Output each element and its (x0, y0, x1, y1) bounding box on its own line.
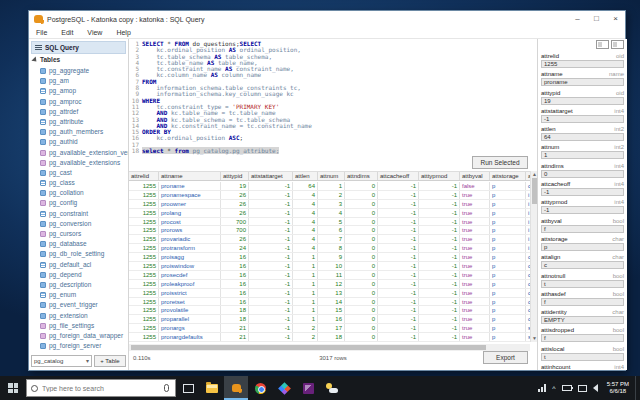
table-row[interactable]: 1255pronargs21-12170-1-1truepstrue (129, 324, 530, 333)
table-row[interactable]: 1255proowner26-1430-1-1truepitrue (129, 200, 530, 209)
schema-select[interactable]: ▾pg_catalog (31, 355, 92, 367)
sidebar-item[interactable]: pg_class (29, 178, 128, 188)
column-header[interactable]: attcacheoff (378, 172, 419, 180)
sidebar-item[interactable]: pg_amproc (29, 97, 128, 107)
weather-button[interactable] (320, 376, 344, 400)
sidebar-item[interactable]: pg_auth_members (29, 127, 128, 137)
detail-value-input[interactable]: EMPTY (541, 316, 624, 324)
table-row[interactable]: 1255provariadic26-1470-1-1truepitrue (129, 235, 530, 244)
detail-value-input[interactable]: proname (541, 78, 624, 86)
chrome-button[interactable] (248, 376, 272, 400)
detail-value-input[interactable]: 1255 (541, 60, 624, 68)
sidebar-item[interactable]: pg_default_acl (29, 260, 128, 270)
purple-app-button[interactable] (296, 376, 320, 400)
column-header[interactable]: attstorage (490, 172, 526, 180)
column-header[interactable]: attrelid (129, 172, 159, 180)
speaker-icon[interactable] (593, 384, 598, 392)
sidebar-item[interactable]: pg_cursors (29, 229, 128, 239)
column-header[interactable]: attname (159, 172, 221, 180)
column-header[interactable]: atttypid (221, 172, 249, 180)
export-button[interactable]: Export (483, 351, 528, 364)
detail-value-input[interactable]: t (541, 353, 624, 361)
taskbar-search[interactable] (26, 379, 176, 397)
sidebar-item[interactable]: pg_foreign_server (29, 341, 128, 351)
sidebar-item[interactable]: pg_available_extension_ver (29, 148, 128, 158)
sidebar-item[interactable]: pg_config (29, 198, 128, 208)
detail-value-input[interactable]: -1 (541, 188, 624, 196)
sidebar-item[interactable]: pg_db_role_setting (29, 249, 128, 259)
battery-icon[interactable] (562, 385, 572, 391)
detail-value-input[interactable]: 64 (541, 133, 624, 141)
table-row[interactable]: 1255proisstrict16-11130-1-1truepctrue (129, 289, 530, 298)
detail-value-input[interactable]: f (541, 298, 624, 306)
table-row[interactable]: 1255proname19-16410-1-1falsepctrue (129, 182, 530, 191)
run-selected-button[interactable]: Run Selected (472, 156, 528, 169)
column-header[interactable]: attbyval (460, 172, 490, 180)
diamond-app-button[interactable] (272, 376, 296, 400)
sidebar-item[interactable]: pg_constraint (29, 209, 128, 219)
sidebar-item[interactable]: pg_description (29, 280, 128, 290)
sidebar-item[interactable]: pg_enum (29, 290, 128, 300)
sidebar-item[interactable]: pg_event_trigger (29, 300, 128, 310)
column-header[interactable]: attnum (318, 172, 345, 180)
detail-value-input[interactable]: 1 (541, 151, 624, 159)
sql-editor[interactable]: 1SELECT * FROM do_questions;SELECT2 kc.o… (129, 41, 537, 155)
taskbar-clock[interactable]: 5:57 PM 6/6/18 (607, 381, 629, 395)
column-header[interactable]: attndims (345, 172, 378, 180)
table-row[interactable]: 1255proisagg16-1190-1-1truepctrue (129, 253, 530, 262)
sidebar-item[interactable]: pg_attrdef (29, 107, 128, 117)
table-row[interactable]: 1255proiswindow16-11100-1-1truepctrue (129, 262, 530, 271)
chevron-up-icon[interactable]: ^ (552, 385, 555, 392)
network-icon[interactable] (538, 384, 546, 392)
add-table-button[interactable]: + Table (94, 355, 126, 367)
vertical-scrollbar[interactable]: ▲ ▼ (530, 171, 537, 342)
detail-value-input[interactable]: f (541, 225, 624, 233)
table-row[interactable]: 1255procost700-1450-1-1truepitrue (129, 218, 530, 227)
table-row[interactable]: 1255proleakproof16-11120-1-1truepctrue (129, 280, 530, 289)
minimize-button[interactable]: – (568, 11, 587, 27)
sidebar-item[interactable]: pg_foreign_data_wrapper (29, 331, 128, 341)
detail-value-input[interactable]: -1 (541, 115, 624, 123)
sidebar-item[interactable]: pg_amop (29, 86, 128, 96)
column-header[interactable]: attlen (293, 172, 318, 180)
file-explorer-button[interactable] (200, 376, 224, 400)
table-row[interactable]: 1255provolatile18-11150-1-1truepctrue (129, 306, 530, 315)
tables-tree-toggle[interactable]: Tables (29, 54, 128, 65)
task-view-button[interactable] (176, 376, 200, 400)
search-input[interactable] (42, 385, 164, 392)
table-row[interactable]: 1255proretset16-11140-1-1truepctrue (129, 298, 530, 307)
table-row[interactable]: 1255pronamespace26-1420-1-1truepitrue (129, 191, 530, 200)
column-header[interactable]: atttypmod (419, 172, 460, 180)
title-bar[interactable]: PostgreSQL - Katonka copy : katonka : SQ… (29, 11, 625, 27)
monitor-icon[interactable] (578, 385, 587, 392)
sidebar-item[interactable]: pg_depend (29, 270, 128, 280)
table-row[interactable]: 1255protransform24-1480-1-1truepitrue (129, 244, 530, 253)
table-row[interactable]: 1255prosecdef16-11110-1-1truepctrue (129, 271, 530, 280)
table-row[interactable]: 1255prorows700-1460-1-1truepitrue (129, 226, 530, 235)
editor-line[interactable]: 18select * from pg_catalog.pg_attribute; (129, 148, 537, 154)
detail-value-input[interactable]: c (541, 261, 624, 269)
table-row[interactable]: 1255prolang26-1440-1-1truepitrue (129, 209, 530, 218)
detail-value-input[interactable]: -1 (541, 206, 624, 214)
close-button[interactable]: × (606, 11, 625, 27)
show-desktop-button[interactable] (635, 376, 640, 400)
sidebar-item[interactable]: pg_cast (29, 168, 128, 178)
detail-value-input[interactable]: 0 (541, 170, 624, 178)
menu-item[interactable]: View (80, 27, 109, 38)
layout-toggle-left-icon[interactable] (596, 40, 609, 49)
sidebar-item[interactable]: pg_attribute (29, 117, 128, 127)
sidebar-item[interactable]: pg_database (29, 239, 128, 249)
layout-toggle-right-icon[interactable] (611, 40, 624, 49)
sidebar-item[interactable]: pg_extension (29, 311, 128, 321)
sidebar-item[interactable]: pg_conversion (29, 219, 128, 229)
menu-item[interactable]: Help (109, 27, 137, 38)
column-header[interactable]: attstattarget (249, 172, 293, 180)
sidebar-item[interactable]: pg_collation (29, 188, 128, 198)
sidebar-item[interactable]: pg_aggregate (29, 66, 128, 76)
sidebar-item[interactable]: pg_available_extensions (29, 158, 128, 168)
table-row[interactable]: 1255pronargdefaults21-12180-1-1truepstru… (129, 333, 530, 342)
postgresql-taskbar-button[interactable] (224, 376, 248, 400)
detail-value-input[interactable]: f (541, 334, 624, 342)
maximize-button[interactable]: □ (587, 11, 606, 27)
sidebar-sql-query-tab[interactable]: SQL Query (31, 41, 126, 54)
